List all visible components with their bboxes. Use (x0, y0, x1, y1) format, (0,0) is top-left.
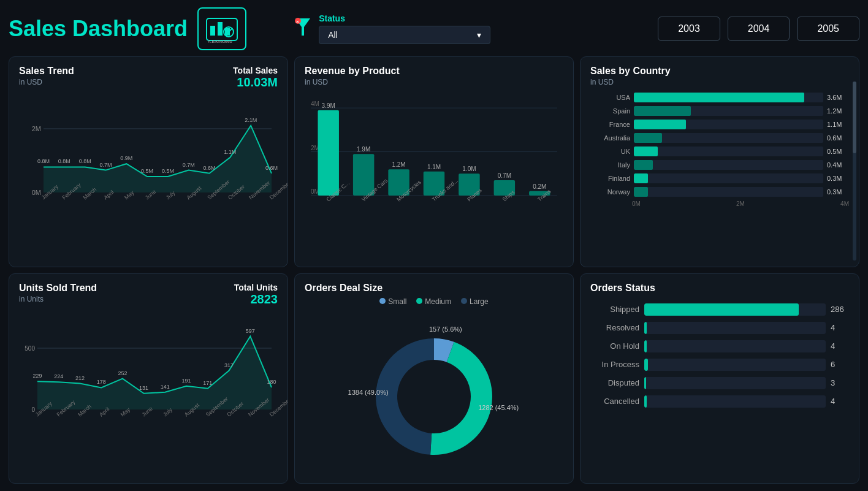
units-trend-chart: 5000229January224February212March178Apri… (19, 311, 278, 449)
svg-rect-42 (318, 110, 338, 196)
country-bars: USA3.6MSpain1.2MFrance1.1MAustralia0.6MU… (590, 93, 849, 197)
country-bar-wrap (634, 187, 823, 197)
filter-icon[interactable]: × (293, 16, 313, 42)
units-line-chart-svg: 5000229January224February212March178Apri… (19, 311, 278, 446)
status-row: Cancelled4 (590, 395, 849, 408)
country-row: Australia0.6M (590, 133, 849, 143)
svg-text:3.9M: 3.9M (322, 102, 335, 109)
units-trend-card: Units Sold Trend in Units Total Units 28… (9, 273, 288, 484)
svg-rect-2 (218, 22, 223, 36)
status-bar (644, 359, 648, 371)
svg-text:2.1M: 2.1M (245, 117, 257, 123)
status-bar-wrap (644, 395, 826, 408)
status-item-value: 4 (831, 323, 849, 332)
country-bar (634, 120, 686, 129)
svg-text:178: 178 (97, 379, 106, 385)
svg-text:1.1M: 1.1M (224, 149, 236, 155)
sales-trend-title: Sales Trend (19, 66, 74, 77)
status-row: In Process6 (590, 359, 849, 371)
svg-text:0.9M: 0.9M (120, 155, 132, 161)
status-item-value: 4 (831, 341, 849, 351)
svg-text:0.6M: 0.6M (204, 165, 216, 171)
svg-text:0.7M: 0.7M (183, 162, 195, 168)
country-value: 0.3M (827, 175, 849, 182)
country-bar (634, 160, 653, 170)
total-sales-label: Total Sales (233, 66, 278, 75)
orders-status-title: Orders Status (590, 283, 849, 294)
svg-text:191: 191 (182, 377, 191, 383)
svg-text:131: 131 (139, 384, 148, 390)
svg-text:1.9M: 1.9M (357, 146, 370, 153)
svg-text:252: 252 (118, 370, 127, 376)
country-name: Finland (590, 175, 630, 182)
status-label: Status (319, 13, 490, 23)
svg-text:317: 317 (224, 362, 234, 368)
sales-country-title: Sales by Country (590, 66, 849, 77)
svg-text:0.5M: 0.5M (162, 168, 174, 174)
svg-text:A.Elkhedeeb: A.Elkhedeeb (208, 39, 232, 44)
status-bars: Shipped286Resolved4On Hold4In Process6Di… (590, 303, 849, 408)
status-item-name: Disputed (590, 378, 639, 387)
country-bar-wrap (634, 160, 823, 170)
scrollbar-thumb[interactable] (853, 82, 856, 153)
status-item-value: 4 (831, 397, 849, 406)
units-trend-title: Units Sold Trend (19, 283, 97, 294)
country-value: 1.1M (827, 121, 849, 128)
sales-trend-card: Sales Trend in USD Total Sales 10.03M 2M… (9, 56, 288, 267)
filter-section: × Status All ▾ (293, 13, 490, 44)
status-row: Disputed3 (590, 377, 849, 389)
country-bar (634, 93, 804, 102)
svg-text:1.2M: 1.2M (392, 161, 405, 168)
year-2004-button[interactable]: 2004 (728, 17, 790, 41)
status-item-value: 286 (831, 305, 849, 314)
status-bar (644, 340, 647, 352)
country-bar-wrap (634, 106, 823, 116)
svg-text:×: × (296, 19, 299, 25)
svg-text:171: 171 (203, 379, 212, 386)
sales-line-chart-svg: 2M0M0.8MJanuary0.8MFebruary0.8MMarch0.7M… (19, 94, 278, 229)
logo-icon: A.Elkhedeeb (205, 13, 238, 44)
country-bar (634, 106, 691, 116)
svg-text:1282 (45.4%): 1282 (45.4%) (478, 404, 519, 411)
svg-text:1.0M: 1.0M (462, 166, 476, 172)
scrollbar-track (853, 82, 856, 261)
svg-text:500: 500 (25, 345, 35, 352)
orders-status-card: Orders Status Shipped286Resolved4On Hold… (580, 273, 859, 484)
svg-text:180: 180 (267, 379, 276, 385)
svg-text:212: 212 (75, 375, 85, 381)
country-row: UK0.5M (590, 147, 849, 156)
year-buttons: 2003 2004 2005 (658, 17, 859, 41)
svg-text:229: 229 (32, 373, 42, 379)
status-bar (644, 303, 799, 316)
country-name: USA (590, 94, 630, 101)
revenue-product-card: Revenue by Product in USD 4M2M0M3.9MClas… (294, 56, 574, 267)
svg-text:0.8M: 0.8M (58, 158, 70, 164)
year-2003-button[interactable]: 2003 (658, 17, 720, 41)
year-2005-button[interactable]: 2005 (797, 17, 859, 41)
country-row: Spain1.2M (590, 106, 849, 116)
country-value: 0.4M (827, 161, 849, 169)
svg-text:0M: 0M (32, 189, 41, 196)
units-trend-subtitle: in Units (19, 295, 97, 303)
country-value: 0.3M (827, 188, 849, 196)
status-bar-wrap (644, 359, 826, 371)
header: Sales Dashboard A.Elkhedeeb × (9, 7, 859, 50)
legend-small: Small (379, 297, 406, 306)
orders-deal-title: Orders Deal Size (305, 283, 563, 294)
status-item-value: 3 (831, 378, 849, 387)
country-bar-wrap (634, 173, 823, 183)
svg-rect-1 (210, 26, 215, 36)
revenue-product-title: Revenue by Product (305, 66, 400, 77)
status-row: Shipped286 (590, 303, 849, 316)
svg-text:597: 597 (246, 327, 255, 333)
status-item-name: On Hold (590, 341, 639, 351)
sales-country-card: Sales by Country in USD USA3.6MSpain1.2M… (580, 56, 859, 267)
svg-text:1384 (49.0%): 1384 (49.0%) (348, 388, 389, 395)
country-row: USA3.6M (590, 93, 849, 102)
legend-medium: Medium (416, 297, 451, 306)
status-dropdown[interactable]: All ▾ (319, 26, 490, 44)
country-name: France (590, 121, 630, 128)
country-value: 1.2M (827, 107, 849, 115)
country-bar-wrap (634, 120, 823, 129)
country-value: 0.5M (827, 148, 849, 155)
